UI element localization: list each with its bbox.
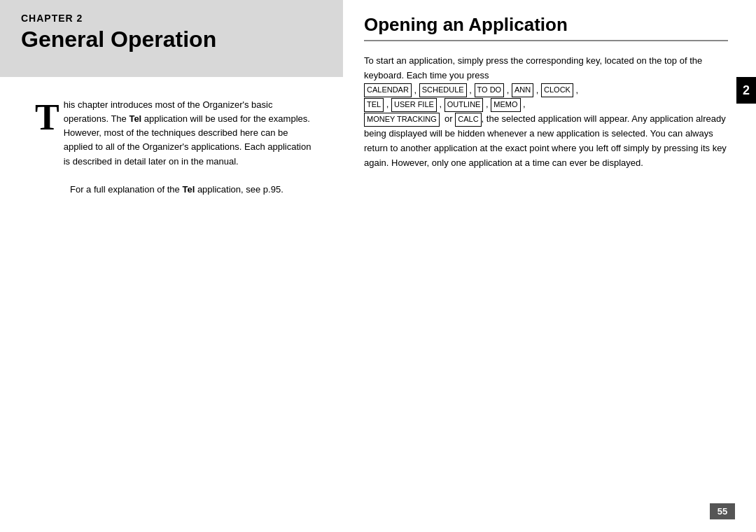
intro-text: his chapter introduces most of the Organ… bbox=[64, 98, 315, 169]
right-para1: To start an application, simply press th… bbox=[364, 55, 702, 80]
chapter-label: CHAPTER 2 bbox=[21, 13, 322, 24]
chapter-header: CHAPTER 2 General Operation bbox=[0, 0, 343, 77]
intro-tel-bold: Tel bbox=[129, 113, 141, 124]
page-container: CHAPTER 2 General Operation T his chapte… bbox=[0, 0, 756, 532]
key-memo: MEMO bbox=[491, 98, 520, 112]
key-schedule: SCHEDULE bbox=[419, 83, 467, 97]
key-outline: OUTLINE bbox=[444, 98, 484, 112]
or-text: or bbox=[444, 113, 453, 124]
key-calc: CALC bbox=[455, 113, 481, 127]
note-tel-bold: Tel bbox=[182, 184, 195, 195]
key-tel: TEL bbox=[364, 98, 384, 112]
page-number: 55 bbox=[710, 503, 735, 519]
key-ann: ANN bbox=[512, 83, 533, 97]
chapter-title: General Operation bbox=[21, 27, 322, 52]
intro-block: T his chapter introduces most of the Org… bbox=[35, 98, 315, 169]
key-userfile: USER FILE bbox=[391, 98, 437, 112]
note-line1: For a full explanation of the bbox=[70, 184, 182, 195]
key-clock: CLOCK bbox=[541, 83, 573, 97]
chapter-tab: 2 bbox=[736, 77, 756, 104]
right-content: To start an application, simply press th… bbox=[364, 54, 728, 170]
note-line2: application, see p.95. bbox=[195, 184, 283, 195]
key-money-tracking: MONEY TRACKING bbox=[364, 113, 440, 127]
key-todo: TO DO bbox=[475, 83, 505, 97]
right-column: Opening an Application To start an appli… bbox=[343, 0, 756, 532]
note-block: For a full explanation of the Tel applic… bbox=[70, 183, 315, 197]
drop-cap: T bbox=[35, 99, 59, 136]
left-column: CHAPTER 2 General Operation T his chapte… bbox=[0, 0, 343, 532]
left-content: T his chapter introduces most of the Org… bbox=[0, 77, 343, 532]
key-calendar: CALENDAR bbox=[364, 83, 412, 97]
section-title: Opening an Application bbox=[364, 14, 728, 41]
